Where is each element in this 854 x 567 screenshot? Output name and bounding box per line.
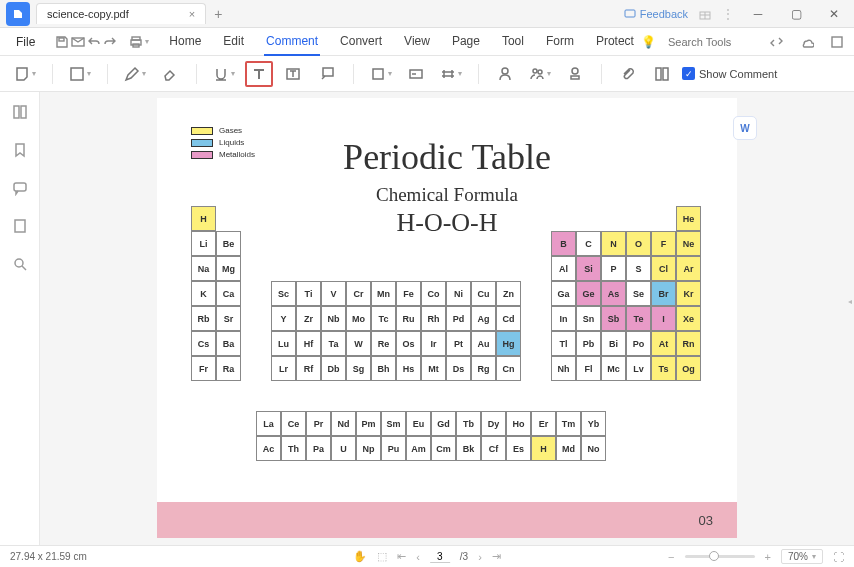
person-tool[interactable] [491,61,519,87]
svg-rect-18 [656,68,661,80]
element-C: C [576,231,601,256]
page-number-input[interactable] [430,551,450,563]
print-icon[interactable] [129,31,143,53]
bulb-icon[interactable]: 💡 [638,31,660,53]
svg-rect-10 [323,68,333,76]
callout-tool[interactable] [313,61,341,87]
thumbnails-icon[interactable] [10,102,30,122]
page-dimensions: 27.94 x 21.59 cm [10,551,87,562]
element-Os: Os [396,331,421,356]
feedback-link[interactable]: Feedback [624,8,688,20]
fit-page-icon[interactable]: ⛶ [833,551,844,563]
element-Nb: Nb [321,306,346,331]
close-tab-icon[interactable]: × [189,8,195,20]
page-footer: 03 [157,502,737,538]
fit-icon[interactable] [826,31,848,53]
people-tool[interactable]: ▾ [525,61,555,87]
print-dropdown[interactable]: ▾ [145,37,149,46]
element-Au: Au [471,331,496,356]
legend-row: Metalloids [191,150,255,159]
shape-tool[interactable]: ▾ [366,61,396,87]
element-Es: Es [506,436,531,461]
comment-icon[interactable] [10,178,30,198]
menu-tab-tool[interactable]: Tool [500,28,526,56]
svg-rect-17 [571,76,579,79]
cloud-icon[interactable] [796,31,818,53]
underline-tool[interactable]: ▾ [209,61,239,87]
mail-icon[interactable] [71,31,85,53]
show-comment-toggle[interactable]: ✓ Show Comment [682,67,777,80]
last-page-icon[interactable]: ⇥ [492,550,501,563]
bookmark-icon[interactable] [10,140,30,160]
zoom-in-icon[interactable]: + [765,551,771,563]
select-tool-icon[interactable]: ⬚ [377,550,387,563]
attachment-icon[interactable] [10,216,30,236]
svg-rect-19 [663,68,668,80]
element-K: K [191,281,216,306]
element-Fr: Fr [191,356,216,381]
element-Mt: Mt [421,356,446,381]
gift-icon[interactable] [698,7,712,21]
svg-rect-0 [625,10,635,17]
next-page-icon[interactable]: › [478,551,482,563]
undo-icon[interactable] [87,31,101,53]
element-Hf: Hf [296,331,321,356]
element-Lr: Lr [271,356,296,381]
eraser-tool[interactable] [156,61,184,87]
share-icon[interactable] [766,31,788,53]
svg-rect-8 [71,68,83,80]
menu-tab-comment[interactable]: Comment [264,28,320,56]
zoom-out-icon[interactable]: − [668,551,674,563]
element-Lu: Lu [271,331,296,356]
comments-panel-tool[interactable] [648,61,676,87]
menu-tab-page[interactable]: Page [450,28,482,56]
search-tools-input[interactable] [668,36,758,48]
file-menu[interactable]: File [8,31,43,53]
search-icon[interactable] [10,254,30,274]
minimize-button[interactable]: ─ [744,2,772,26]
element-Rn: Rn [676,331,701,356]
element-Po: Po [626,331,651,356]
zoom-value[interactable]: 70%▾ [781,549,823,564]
maximize-button[interactable]: ▢ [782,2,810,26]
highlight-tool[interactable]: ▾ [65,61,95,87]
pencil-tool[interactable]: ▾ [120,61,150,87]
first-page-icon[interactable]: ⇤ [397,550,406,563]
right-panel-handle[interactable]: ◂ [846,284,854,320]
stamp-tool[interactable] [402,61,430,87]
element-Ca: Ca [216,281,241,306]
prev-page-icon[interactable]: ‹ [416,551,420,563]
element-Mn: Mn [371,281,396,306]
hand-tool-icon[interactable]: ✋ [353,550,367,563]
element-Mo: Mo [346,306,371,331]
menu-tab-protect[interactable]: Protect [594,28,636,56]
element-Ts: Ts [651,356,676,381]
menu-tab-form[interactable]: Form [544,28,576,56]
add-tab-button[interactable]: + [214,6,222,22]
zoom-slider[interactable] [685,555,755,558]
close-button[interactable]: ✕ [820,2,848,26]
element-Pu: Pu [381,436,406,461]
menu-tab-view[interactable]: View [402,28,432,56]
attach-tool[interactable] [614,61,642,87]
typewriter-tool[interactable] [245,61,273,87]
element-H: H [531,436,556,461]
element-Tb: Tb [456,411,481,436]
element-Se: Se [626,281,651,306]
menu-tab-edit[interactable]: Edit [221,28,246,56]
element-Cs: Cs [191,331,216,356]
note-tool[interactable]: ▾ [10,61,40,87]
save-icon[interactable] [55,31,69,53]
element-Ho: Ho [506,411,531,436]
document-tab[interactable]: science-copy.pdf × [36,3,206,24]
menu-tab-convert[interactable]: Convert [338,28,384,56]
more-icon[interactable]: ⋮ [722,7,734,21]
document-viewport[interactable]: W GasesLiquidsMetalloids Periodic Table … [40,92,854,545]
svg-point-16 [572,68,578,74]
textbox-tool[interactable] [279,61,307,87]
redo-icon[interactable] [103,31,117,53]
menu-tab-home[interactable]: Home [167,28,203,56]
word-export-badge[interactable]: W [733,116,757,140]
stamp2-tool[interactable] [561,61,589,87]
measure-tool[interactable]: ▾ [436,61,466,87]
